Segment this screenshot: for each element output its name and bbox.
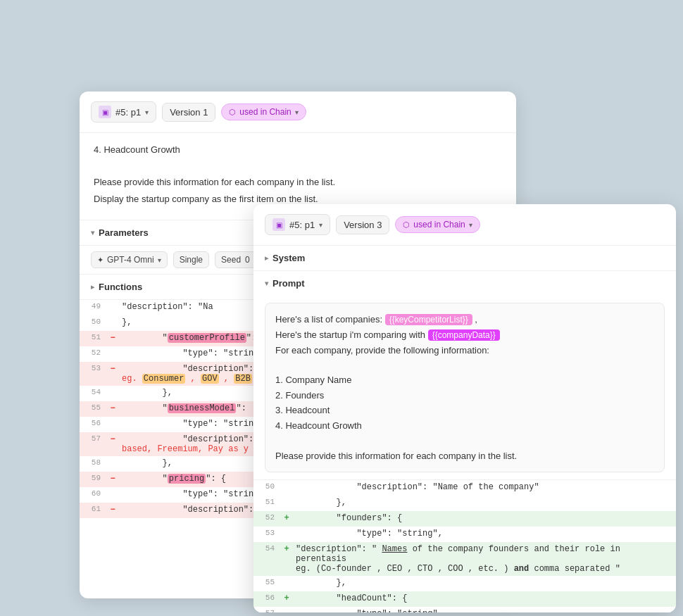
back-prompt-selector[interactable]: ▣ #5: p1 ▾ [91,101,156,122]
system-section: ▸ System [253,246,676,271]
back-prompt-id: #5: p1 [115,107,141,118]
back-used-in-chain-text: used in Chain [239,107,291,117]
var-company-data: {{companyData}} [428,329,500,341]
front-chain-chevron: ▾ [469,221,472,229]
seed-chip: Seed 0 [215,251,256,268]
model-icon: ✦ [97,256,104,265]
single-label: Single [180,255,203,265]
table-row: 54 + "description": " Names of the compa… [253,542,676,576]
table-row: 55 }, [253,576,676,591]
prompt-box-icon: ▣ [99,106,111,118]
prompt-content-box: Here's a list of companies: {{keyCompeti… [265,303,665,472]
system-section-header[interactable]: ▸ System [253,246,676,270]
prompt-line3: For each company, provide the following … [275,343,654,358]
prompt-label: Prompt [272,278,305,289]
back-version-label: Version 1 [170,107,208,118]
front-prompt-box-icon: ▣ [272,218,285,231]
front-chain-link-icon: ⬡ [403,220,410,230]
back-line1: Please provide this information for each… [94,175,502,190]
front-prompt-selector[interactable]: ▣ #5: p1 ▾ [265,214,330,235]
table-row: 53 "type": "string", [253,527,676,542]
prompt-item4: 4. Headcount Growth [275,418,654,433]
front-version-label: Version 3 [344,220,382,230]
prompt-item1: 1. Company Name [275,372,654,387]
model-chip[interactable]: ✦ GPT-4 Omni ▾ [91,251,168,268]
back-item4: 4. Headcount Growth [94,143,502,158]
single-chip[interactable]: Single [173,251,209,268]
front-prompt-id: #5: p1 [289,220,315,230]
front-used-in-chain-badge[interactable]: ⬡ used in Chain ▾ [395,216,480,233]
system-label: System [272,253,305,263]
prompt-item2: 2. Founders [275,388,654,403]
model-label: GPT-4 Omni [107,255,154,265]
prompt-line1: Here's a list of companies: {{keyCompeti… [275,312,654,327]
back-panel-header: ▣ #5: p1 ▾ Version 1 ⬡ used in Chain ▾ [80,92,516,133]
chain-link-icon: ⬡ [229,108,236,117]
prompt-line2: Here's the startup i'm comparing with {{… [275,327,654,343]
back-chain-chevron: ▾ [295,108,299,116]
front-prompt-chevron: ▾ [319,221,322,229]
seed-value: 0 [245,255,250,265]
prompt-caret: ▾ [265,279,268,287]
back-version-selector[interactable]: Version 1 [162,103,215,122]
var-key-competitor: {{keyCompetitorList}} [385,314,472,325]
functions-label: Functions [99,282,142,292]
system-caret: ▸ [265,254,268,262]
back-used-in-chain-badge[interactable]: ⬡ used in Chain ▾ [221,103,306,120]
front-diff-table: 50 "description": "Name of the company" … [253,480,676,612]
parameters-caret: ▾ [91,229,94,237]
front-panel-header: ▣ #5: p1 ▾ Version 3 ⬡ used in Chain ▾ [253,204,676,246]
parameters-label: Parameters [99,227,149,238]
front-used-in-chain-text: used in Chain [413,220,465,230]
functions-caret: ▸ [91,283,94,291]
back-prompt-chevron: ▾ [145,108,149,116]
table-row: 50 "description": "Name of the company" [253,480,676,496]
front-version-selector[interactable]: Version 3 [336,215,389,234]
table-row: 51 }, [253,496,676,511]
prompt-section-header[interactable]: ▾ Prompt [253,271,676,296]
table-row: 57 "type": "string", [253,607,676,612]
model-chevron: ▾ [158,256,161,264]
table-row: 56 + "headCount": { [253,591,676,607]
prompt-section: ▾ Prompt Here's a list of companies: {{k… [253,271,676,480]
prompt-item3: 3. Headcount [275,403,654,417]
table-row: 52 + "founders": { [253,511,676,527]
front-panel: ▣ #5: p1 ▾ Version 3 ⬡ used in Chain ▾ ▸… [253,204,676,612]
prompt-footer1: Please provide this information for each… [275,448,654,463]
seed-label: Seed [221,255,241,265]
